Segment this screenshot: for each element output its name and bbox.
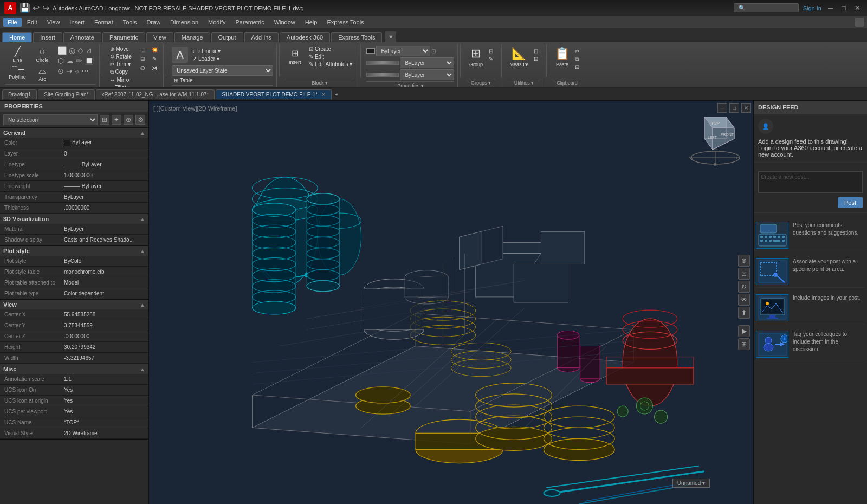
ungroup-button[interactable]: ⊟: [487, 48, 495, 55]
move-button[interactable]: ⊕ Move: [108, 46, 135, 53]
menu-parametric[interactable]: Parametric: [231, 18, 268, 27]
menu-tools[interactable]: Tools: [119, 18, 141, 27]
circle-button[interactable]: ○ Circle: [30, 46, 54, 64]
post-input[interactable]: Create a new post...: [758, 171, 863, 193]
feed-login-link[interactable]: Login: [758, 145, 773, 151]
text-button[interactable]: A: [172, 47, 188, 63]
close-button[interactable]: ✕: [852, 4, 863, 12]
draw-extra-3[interactable]: ⊙ ➝ ⟐ ⋯: [55, 66, 96, 76]
tab-a360[interactable]: Autodesk 360: [280, 32, 330, 42]
plot-style-section-header[interactable]: Plot style ▲: [0, 246, 148, 256]
walk-button[interactable]: ⬆: [738, 307, 750, 319]
props-icon4[interactable]: ⚙: [135, 115, 145, 125]
explode-button[interactable]: 💥: [149, 46, 160, 54]
edit-button[interactable]: ✎ Edit: [307, 53, 354, 60]
navigation-cube[interactable]: N S W E TOP LEFT FRONT: [688, 106, 742, 160]
offset-button[interactable]: ⊟: [137, 55, 148, 63]
tab-express[interactable]: Express Tools: [331, 32, 382, 42]
menu-modify[interactable]: Modify: [204, 18, 230, 27]
tab-manage[interactable]: Manage: [174, 32, 210, 42]
layer-state-select[interactable]: Unsaved Layer State: [172, 65, 273, 76]
copy-button[interactable]: ⧉ Copy: [108, 68, 135, 76]
general-section-header[interactable]: General ▲: [0, 128, 148, 138]
menu-dimension[interactable]: Dimension: [166, 18, 203, 27]
line-button[interactable]: ╱ Line: [5, 46, 29, 64]
properties-icon1[interactable]: ⊡: [431, 48, 436, 54]
tab-home[interactable]: Home: [2, 32, 32, 42]
viewport[interactable]: [-][Custom View][2D Wireframe]: [149, 101, 753, 504]
menu-format[interactable]: Format: [90, 18, 118, 27]
break-button[interactable]: ⌬: [137, 64, 148, 72]
post-button[interactable]: Post: [838, 197, 863, 208]
tab-site-grading[interactable]: Site Grading Plan*: [38, 89, 94, 99]
view-section-header[interactable]: View ▲: [0, 300, 148, 309]
show-motion-button[interactable]: ▶: [738, 325, 750, 337]
menu-draw[interactable]: Draw: [142, 18, 165, 27]
utilities-extra1[interactable]: ⊡: [532, 48, 540, 55]
menu-window[interactable]: Window: [270, 18, 300, 27]
lineweight-select[interactable]: ByLayer: [400, 69, 454, 80]
linetype-select[interactable]: ByLayer: [400, 57, 454, 68]
copy-clipboard-button[interactable]: ⧉: [573, 55, 581, 63]
props-icon1[interactable]: ⊞: [100, 115, 109, 125]
ribbon-options[interactable]: ▼: [385, 31, 396, 42]
signin-button[interactable]: Sign In: [803, 5, 821, 11]
viewport-minimize-button[interactable]: ─: [717, 103, 727, 113]
orbit-button[interactable]: ↻: [738, 281, 750, 293]
clipboard-extra[interactable]: ⊟: [573, 63, 581, 70]
featured-apps-btn[interactable]: [855, 18, 864, 27]
tab-shaded-vport[interactable]: SHADED VPORT PLOT DEMO FILE-1* ✕: [216, 89, 332, 99]
misc-section-header[interactable]: Misc ▲: [0, 364, 148, 374]
maximize-button[interactable]: □: [839, 4, 848, 12]
viewport-close-button[interactable]: ✕: [741, 103, 751, 113]
group-edit-button[interactable]: ✎: [487, 55, 495, 62]
draw-extra-1[interactable]: ⬜ ◎ ◇ ⊿: [55, 46, 96, 55]
zoom-extents-button[interactable]: ⊡: [738, 268, 750, 280]
menu-edit[interactable]: Edit: [23, 18, 42, 27]
table-button[interactable]: ⊞ Table: [172, 77, 195, 84]
cut-button[interactable]: ✂: [573, 48, 581, 55]
leader-button[interactable]: ↗ Leader ▾: [190, 55, 223, 62]
group-button[interactable]: ⊞ Group: [466, 46, 486, 68]
arc-button[interactable]: ⌓ Arc: [30, 64, 54, 83]
trim-button[interactable]: ✂ Trim ▾: [108, 61, 135, 68]
polyline-button[interactable]: ⌒─ Polyline: [5, 64, 29, 81]
join-button[interactable]: ⋊: [149, 64, 160, 72]
create-button[interactable]: ⊡ Create: [307, 46, 354, 53]
tab-addins[interactable]: Add-ins: [244, 32, 279, 42]
mirror-button[interactable]: ↔ Mirror: [108, 76, 135, 83]
minimize-button[interactable]: ─: [826, 4, 835, 12]
color-select[interactable]: ByLayer: [376, 46, 430, 56]
full-nav-wheel-button[interactable]: ⊞: [738, 338, 750, 350]
tab-parametric[interactable]: Parametric: [102, 32, 145, 42]
visualization-section-header[interactable]: 3D Visualization ▲: [0, 214, 148, 224]
utilities-extra2[interactable]: ⊟: [532, 55, 540, 62]
menu-help[interactable]: Help: [301, 18, 322, 27]
unnamed-viewport-dropdown[interactable]: Unnamed ▾: [672, 479, 710, 488]
draw-extra-2[interactable]: ⬡ ☁ ✏ 🔲: [55, 56, 96, 66]
search-box[interactable]: 🔍: [734, 3, 799, 12]
measure-button[interactable]: 📐 Measure: [507, 46, 530, 68]
viewport-restore-button[interactable]: □: [729, 103, 739, 113]
new-tab-button[interactable]: +: [333, 91, 340, 98]
props-icon3[interactable]: ⊕: [124, 115, 133, 125]
tab-view[interactable]: View: [146, 32, 173, 42]
tab-close-icon[interactable]: ✕: [321, 92, 326, 98]
insert-button[interactable]: ⊞ Insert: [285, 46, 305, 68]
tab-drawing1[interactable]: Drawing1: [2, 89, 37, 99]
menu-view[interactable]: View: [43, 18, 64, 27]
menu-insert[interactable]: Insert: [65, 18, 89, 27]
props-icon2[interactable]: ✦: [112, 115, 121, 125]
tab-output[interactable]: Output: [211, 32, 243, 42]
selection-dropdown[interactable]: No selection: [3, 114, 98, 125]
linear-button[interactable]: ⟷ Linear ▾: [190, 48, 223, 55]
pedit-button[interactable]: ✎: [149, 55, 160, 63]
erase-button[interactable]: ⬚: [137, 46, 148, 54]
look-button[interactable]: 👁: [738, 294, 750, 306]
fillet-button[interactable]: ⌐ Fillet ▾: [108, 84, 135, 87]
menu-file[interactable]: File: [3, 18, 22, 27]
tab-insert[interactable]: Insert: [33, 32, 62, 42]
tab-xref[interactable]: xRef 2007-11-02_NG-...ase for WM 11.1.07…: [96, 89, 215, 99]
paste-button[interactable]: 📋 Paste: [552, 46, 572, 68]
pan-button[interactable]: ⊕: [738, 255, 750, 267]
